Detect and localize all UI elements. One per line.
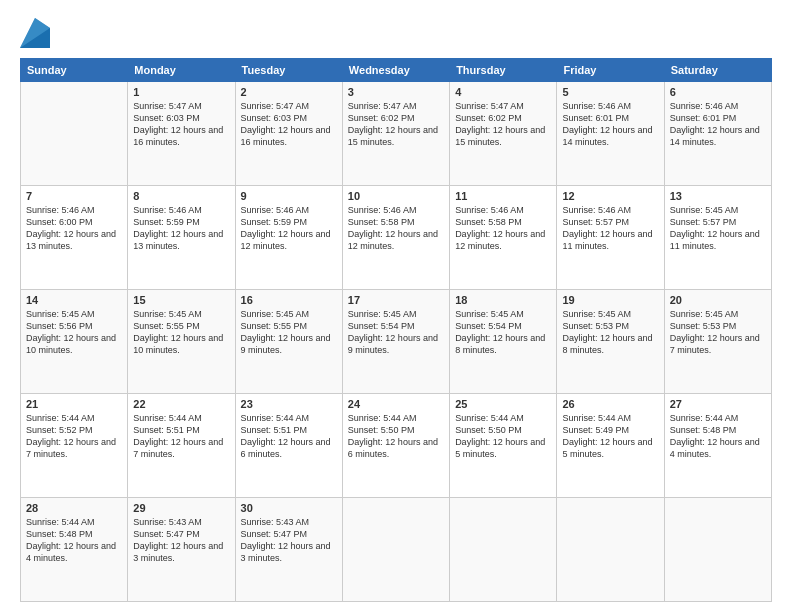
day-info: Sunrise: 5:44 AM Sunset: 5:51 PM Dayligh…	[241, 412, 337, 461]
weekday-header-thursday: Thursday	[450, 59, 557, 82]
calendar-header-row: SundayMondayTuesdayWednesdayThursdayFrid…	[21, 59, 772, 82]
day-info: Sunrise: 5:46 AM Sunset: 5:59 PM Dayligh…	[241, 204, 337, 253]
day-info: Sunrise: 5:45 AM Sunset: 5:53 PM Dayligh…	[562, 308, 658, 357]
day-info: Sunrise: 5:46 AM Sunset: 6:01 PM Dayligh…	[670, 100, 766, 149]
day-number: 18	[455, 294, 551, 306]
day-number: 29	[133, 502, 229, 514]
day-number: 25	[455, 398, 551, 410]
day-number: 16	[241, 294, 337, 306]
weekday-header-saturday: Saturday	[664, 59, 771, 82]
week-row-5: 28Sunrise: 5:44 AM Sunset: 5:48 PM Dayli…	[21, 498, 772, 602]
day-number: 5	[562, 86, 658, 98]
day-number: 28	[26, 502, 122, 514]
day-info: Sunrise: 5:45 AM Sunset: 5:54 PM Dayligh…	[455, 308, 551, 357]
day-number: 19	[562, 294, 658, 306]
day-info: Sunrise: 5:44 AM Sunset: 5:50 PM Dayligh…	[455, 412, 551, 461]
page: SundayMondayTuesdayWednesdayThursdayFrid…	[0, 0, 792, 612]
day-info: Sunrise: 5:46 AM Sunset: 6:00 PM Dayligh…	[26, 204, 122, 253]
calendar-cell: 28Sunrise: 5:44 AM Sunset: 5:48 PM Dayli…	[21, 498, 128, 602]
day-info: Sunrise: 5:46 AM Sunset: 5:59 PM Dayligh…	[133, 204, 229, 253]
day-number: 4	[455, 86, 551, 98]
day-info: Sunrise: 5:45 AM Sunset: 5:54 PM Dayligh…	[348, 308, 444, 357]
calendar-cell: 9Sunrise: 5:46 AM Sunset: 5:59 PM Daylig…	[235, 186, 342, 290]
calendar-cell	[664, 498, 771, 602]
day-number: 15	[133, 294, 229, 306]
day-number: 13	[670, 190, 766, 202]
day-info: Sunrise: 5:43 AM Sunset: 5:47 PM Dayligh…	[133, 516, 229, 565]
day-info: Sunrise: 5:47 AM Sunset: 6:02 PM Dayligh…	[455, 100, 551, 149]
day-number: 9	[241, 190, 337, 202]
calendar-cell: 30Sunrise: 5:43 AM Sunset: 5:47 PM Dayli…	[235, 498, 342, 602]
day-info: Sunrise: 5:45 AM Sunset: 5:53 PM Dayligh…	[670, 308, 766, 357]
day-info: Sunrise: 5:45 AM Sunset: 5:57 PM Dayligh…	[670, 204, 766, 253]
calendar-cell: 4Sunrise: 5:47 AM Sunset: 6:02 PM Daylig…	[450, 82, 557, 186]
calendar-cell: 2Sunrise: 5:47 AM Sunset: 6:03 PM Daylig…	[235, 82, 342, 186]
top-section	[20, 18, 772, 48]
day-number: 27	[670, 398, 766, 410]
calendar-cell	[342, 498, 449, 602]
calendar-cell: 8Sunrise: 5:46 AM Sunset: 5:59 PM Daylig…	[128, 186, 235, 290]
day-info: Sunrise: 5:44 AM Sunset: 5:48 PM Dayligh…	[670, 412, 766, 461]
calendar-cell	[450, 498, 557, 602]
day-number: 8	[133, 190, 229, 202]
day-number: 26	[562, 398, 658, 410]
calendar-cell: 24Sunrise: 5:44 AM Sunset: 5:50 PM Dayli…	[342, 394, 449, 498]
calendar-cell: 21Sunrise: 5:44 AM Sunset: 5:52 PM Dayli…	[21, 394, 128, 498]
day-number: 1	[133, 86, 229, 98]
calendar-cell: 15Sunrise: 5:45 AM Sunset: 5:55 PM Dayli…	[128, 290, 235, 394]
day-info: Sunrise: 5:45 AM Sunset: 5:56 PM Dayligh…	[26, 308, 122, 357]
calendar-cell: 29Sunrise: 5:43 AM Sunset: 5:47 PM Dayli…	[128, 498, 235, 602]
weekday-header-monday: Monday	[128, 59, 235, 82]
calendar-cell: 10Sunrise: 5:46 AM Sunset: 5:58 PM Dayli…	[342, 186, 449, 290]
calendar-cell: 16Sunrise: 5:45 AM Sunset: 5:55 PM Dayli…	[235, 290, 342, 394]
calendar-cell: 18Sunrise: 5:45 AM Sunset: 5:54 PM Dayli…	[450, 290, 557, 394]
day-number: 22	[133, 398, 229, 410]
calendar-cell: 13Sunrise: 5:45 AM Sunset: 5:57 PM Dayli…	[664, 186, 771, 290]
day-number: 24	[348, 398, 444, 410]
calendar-cell: 26Sunrise: 5:44 AM Sunset: 5:49 PM Dayli…	[557, 394, 664, 498]
calendar-cell: 7Sunrise: 5:46 AM Sunset: 6:00 PM Daylig…	[21, 186, 128, 290]
calendar-cell: 17Sunrise: 5:45 AM Sunset: 5:54 PM Dayli…	[342, 290, 449, 394]
calendar-cell: 14Sunrise: 5:45 AM Sunset: 5:56 PM Dayli…	[21, 290, 128, 394]
day-number: 20	[670, 294, 766, 306]
day-info: Sunrise: 5:46 AM Sunset: 5:58 PM Dayligh…	[348, 204, 444, 253]
day-info: Sunrise: 5:44 AM Sunset: 5:48 PM Dayligh…	[26, 516, 122, 565]
day-info: Sunrise: 5:44 AM Sunset: 5:52 PM Dayligh…	[26, 412, 122, 461]
day-info: Sunrise: 5:47 AM Sunset: 6:02 PM Dayligh…	[348, 100, 444, 149]
calendar-cell	[21, 82, 128, 186]
day-info: Sunrise: 5:45 AM Sunset: 5:55 PM Dayligh…	[241, 308, 337, 357]
day-number: 30	[241, 502, 337, 514]
calendar-cell: 25Sunrise: 5:44 AM Sunset: 5:50 PM Dayli…	[450, 394, 557, 498]
day-number: 7	[26, 190, 122, 202]
day-number: 10	[348, 190, 444, 202]
calendar-cell: 27Sunrise: 5:44 AM Sunset: 5:48 PM Dayli…	[664, 394, 771, 498]
calendar-cell: 5Sunrise: 5:46 AM Sunset: 6:01 PM Daylig…	[557, 82, 664, 186]
day-info: Sunrise: 5:46 AM Sunset: 6:01 PM Dayligh…	[562, 100, 658, 149]
day-info: Sunrise: 5:44 AM Sunset: 5:49 PM Dayligh…	[562, 412, 658, 461]
day-number: 3	[348, 86, 444, 98]
day-number: 11	[455, 190, 551, 202]
day-number: 21	[26, 398, 122, 410]
day-number: 2	[241, 86, 337, 98]
week-row-1: 1Sunrise: 5:47 AM Sunset: 6:03 PM Daylig…	[21, 82, 772, 186]
day-info: Sunrise: 5:46 AM Sunset: 5:57 PM Dayligh…	[562, 204, 658, 253]
day-info: Sunrise: 5:47 AM Sunset: 6:03 PM Dayligh…	[133, 100, 229, 149]
weekday-header-friday: Friday	[557, 59, 664, 82]
logo-icon	[20, 18, 50, 48]
week-row-3: 14Sunrise: 5:45 AM Sunset: 5:56 PM Dayli…	[21, 290, 772, 394]
day-number: 6	[670, 86, 766, 98]
calendar-cell: 11Sunrise: 5:46 AM Sunset: 5:58 PM Dayli…	[450, 186, 557, 290]
calendar-cell: 1Sunrise: 5:47 AM Sunset: 6:03 PM Daylig…	[128, 82, 235, 186]
logo	[20, 18, 54, 48]
weekday-header-wednesday: Wednesday	[342, 59, 449, 82]
day-number: 23	[241, 398, 337, 410]
day-info: Sunrise: 5:44 AM Sunset: 5:51 PM Dayligh…	[133, 412, 229, 461]
calendar-cell: 6Sunrise: 5:46 AM Sunset: 6:01 PM Daylig…	[664, 82, 771, 186]
day-info: Sunrise: 5:47 AM Sunset: 6:03 PM Dayligh…	[241, 100, 337, 149]
calendar-cell: 23Sunrise: 5:44 AM Sunset: 5:51 PM Dayli…	[235, 394, 342, 498]
calendar-cell: 22Sunrise: 5:44 AM Sunset: 5:51 PM Dayli…	[128, 394, 235, 498]
day-number: 17	[348, 294, 444, 306]
day-info: Sunrise: 5:46 AM Sunset: 5:58 PM Dayligh…	[455, 204, 551, 253]
calendar-cell: 19Sunrise: 5:45 AM Sunset: 5:53 PM Dayli…	[557, 290, 664, 394]
week-row-2: 7Sunrise: 5:46 AM Sunset: 6:00 PM Daylig…	[21, 186, 772, 290]
